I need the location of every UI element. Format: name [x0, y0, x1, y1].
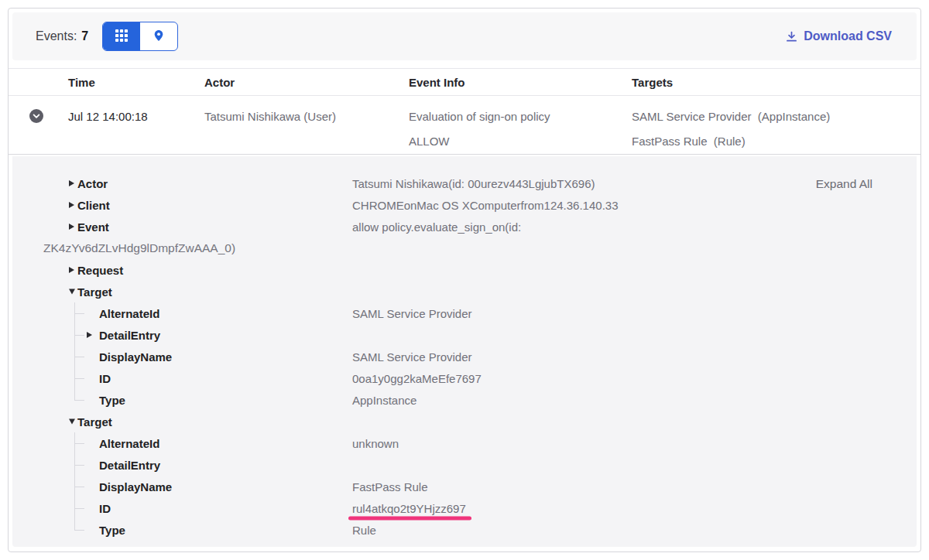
expand-arrow-icon[interactable] — [69, 267, 74, 273]
expand-arrow-icon[interactable] — [69, 180, 74, 186]
wrapped-id-text: ZK4zYv6dZLvHdg9lDmpfZwAAA_0) — [43, 241, 235, 255]
events-panel: Events: 7 — [8, 8, 921, 552]
events-label: Events: — [36, 29, 77, 43]
tree-row: ActorTatsumi Nishikawa(id: 00urezv443Lgj… — [12, 172, 917, 194]
tree-node-value: Tatsumi Nishikawa(id: 00urezv443LgjubTX6… — [352, 177, 595, 190]
tree-connector-tick — [74, 400, 84, 401]
tree-node-label[interactable]: Target — [77, 415, 112, 429]
tree-row: DisplayNameSAML Service Provider — [12, 346, 917, 367]
tree-node-value: CHROMEonMac OS XComputerfrom124.36.140.3… — [352, 199, 618, 212]
tree-node-label: Type — [99, 394, 125, 407]
collapse-row-icon[interactable] — [29, 109, 43, 123]
tree-node-value: allow policy.evaluate_sign_on(id: — [352, 220, 521, 234]
tree-node-label: AlternateId — [99, 307, 159, 320]
event-row: Jul 12 14:00:18 Tatsumi Nishikawa (User)… — [9, 96, 920, 155]
events-count: 7 — [81, 29, 88, 43]
tree-node-value: FastPass Rule — [352, 480, 428, 493]
download-csv-label: Download CSV — [804, 29, 892, 43]
tree-row: ID0oa1y0gg2kaMeEfe7697 — [12, 367, 917, 389]
tree-connector-tick — [74, 357, 84, 357]
tree-row: IDrul4atkqo2t9YHjzz697 — [12, 497, 917, 519]
event-time: Jul 12 14:00:18 — [68, 110, 148, 123]
tree-row: DisplayNameFastPass Rule — [12, 476, 917, 497]
expand-arrow-icon[interactable] — [69, 224, 74, 230]
map-view-button[interactable] — [140, 22, 177, 50]
tree-connector-tick — [74, 313, 84, 314]
tree-connector-tick — [74, 443, 84, 444]
tree-node-value: unknown — [352, 437, 399, 450]
grid-view-button[interactable] — [103, 22, 140, 50]
tree-connector-tick — [74, 335, 84, 336]
event-detail-panel: Expand All ActorTatsumi Nishikawa(id: 00… — [12, 156, 917, 547]
download-csv-link[interactable]: Download CSV — [786, 29, 892, 43]
events-counter: Events: 7 — [36, 29, 88, 43]
tree-row: TypeRule — [12, 519, 917, 541]
highlighted-tree-node-value: rul4atkqo2t9YHjzz697 — [352, 502, 466, 515]
collapse-arrow-icon[interactable] — [69, 289, 75, 295]
tree-node-label: Type — [99, 524, 125, 537]
event-info-line1: Evaluation of sign-on policy — [409, 110, 550, 123]
tree-connector-tick — [74, 530, 84, 531]
tree-row: AlternateIdSAML Service Provider — [12, 302, 917, 324]
tree-node-label[interactable]: DetailEntry — [99, 329, 160, 342]
column-header-actor: Actor — [204, 76, 235, 89]
tree-connector-tick — [74, 465, 84, 466]
tree-node-label: ID — [99, 502, 111, 515]
events-header-band: Events: 7 — [12, 12, 917, 60]
tree-row: ZK4zYv6dZLvHdg9lDmpfZwAAA_0) — [12, 237, 917, 259]
tree-node-value: SAML Service Provider — [352, 307, 472, 320]
event-target-line1: SAML Service Provider (AppInstance) — [632, 110, 830, 123]
collapse-arrow-icon[interactable] — [69, 419, 75, 425]
event-info-line2: ALLOW — [409, 135, 450, 148]
tree-row: Target — [12, 281, 917, 302]
tree-node-label: ID — [99, 372, 111, 385]
tree-node-label: DisplayName — [99, 480, 172, 493]
tree-node-value: AppInstance — [352, 394, 417, 407]
grid-icon — [115, 29, 128, 44]
tree-row: ClientCHROMEonMac OS XComputerfrom124.36… — [12, 194, 917, 216]
tree-node-label[interactable]: Actor — [77, 177, 108, 190]
tree-node-label[interactable]: Event — [77, 220, 109, 234]
tree-node-value: 0oa1y0gg2kaMeEfe7697 — [352, 372, 482, 385]
tree-connector-tick — [74, 508, 84, 509]
event-actor: Tatsumi Nishikawa (User) — [204, 110, 336, 123]
tree-row: DetailEntry — [12, 324, 917, 346]
column-header-time: Time — [68, 76, 95, 89]
tree-node-value: Rule — [352, 524, 376, 537]
tree-row: Request — [12, 259, 917, 281]
tree-node-label[interactable]: Target — [77, 285, 112, 299]
tree-node-label: AlternateId — [99, 437, 159, 450]
tree-row: Eventallow policy.evaluate_sign_on(id: — [12, 216, 917, 237]
tree-row: TypeAppInstance — [12, 389, 917, 411]
download-icon — [786, 31, 797, 43]
tree-connector-line — [74, 519, 75, 530]
expand-arrow-icon[interactable] — [87, 332, 92, 338]
tree-node-label: DisplayName — [99, 350, 172, 364]
table-header: Time Actor Event Info Targets — [9, 68, 920, 96]
map-pin-icon — [153, 29, 165, 44]
tree-node-value: SAML Service Provider — [352, 350, 472, 364]
tree-row: Target — [12, 411, 917, 432]
event-target-line2: FastPass Rule (Rule) — [632, 135, 746, 148]
tree-connector-tick — [74, 378, 84, 379]
detail-tree: ActorTatsumi Nishikawa(id: 00urezv443Lgj… — [12, 172, 917, 541]
column-header-targets: Targets — [632, 76, 673, 89]
column-header-event-info: Event Info — [409, 76, 465, 89]
expand-arrow-icon[interactable] — [69, 202, 74, 208]
tree-connector-line — [74, 389, 75, 400]
tree-row: AlternateIdunknown — [12, 432, 917, 454]
tree-row: DetailEntry — [12, 454, 917, 476]
tree-connector-tick — [74, 487, 84, 487]
tree-node-label: DetailEntry — [99, 459, 160, 472]
view-toggle — [102, 22, 178, 51]
tree-node-label[interactable]: Request — [77, 264, 123, 277]
tree-node-label[interactable]: Client — [77, 199, 110, 212]
